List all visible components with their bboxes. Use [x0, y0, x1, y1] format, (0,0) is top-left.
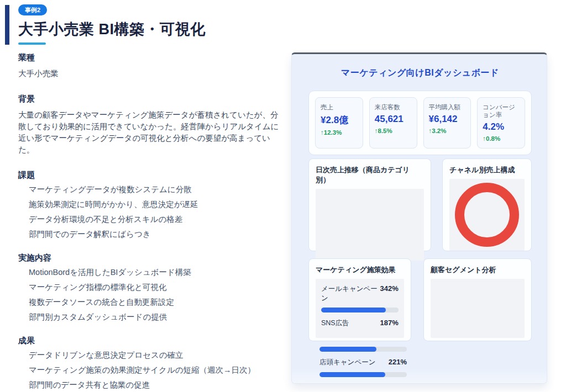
- content-row: 業種 大手小売業 背景 大量の顧客データやマーケティング施策データが蓄積されてい…: [0, 52, 566, 392]
- donut-chart-area: [449, 179, 525, 251]
- panel-title: チャネル別売上構成: [449, 165, 525, 175]
- progress-bar: [321, 308, 399, 312]
- campaign-row: 店頭キャンペーン 221%: [319, 358, 407, 367]
- campaign-metrics-box: メールキャンペーン 342% SNS広告 187%: [316, 279, 404, 338]
- section-results: 成果 データドリブンな意思決定プロセスの確立 マーケティング施策の効果測定サイク…: [18, 336, 285, 392]
- kpi-row: 売上 ¥2.8億 ↑12.3% 来店客数 45,621 ↑8.5% 平均購入額 …: [308, 91, 532, 155]
- list-item: 部門間のデータ共有と協業の促進: [29, 381, 285, 389]
- kpi-card-sales: 売上 ¥2.8億 ↑12.3%: [315, 97, 363, 149]
- kpi-value: ¥6,142: [429, 114, 466, 125]
- kpi-card-visitors: 来店客数 45,621 ↑8.5%: [369, 97, 417, 149]
- progress-bar: [319, 372, 407, 377]
- segment-chart-placeholder: [431, 279, 525, 338]
- section-background: 背景 大量の顧客データやマーケティング施策データが蓄積されていたが、分散しており…: [18, 94, 285, 156]
- list-item: 部門別カスタムダッシュボードの提供: [29, 313, 285, 321]
- list-item: データドリブンな意思決定プロセスの確立: [29, 351, 285, 359]
- kpi-label: コンバージョン率: [483, 103, 520, 119]
- charts-row: 日次売上推移（商品カテゴリ別） チャネル別売上構成: [308, 158, 532, 251]
- list-item: 施策効果測定に時間がかかり、意思決定が遅延: [29, 200, 285, 209]
- kpi-value: 4.2%: [483, 121, 520, 133]
- kpi-value: ¥2.8億: [321, 114, 358, 126]
- panel-title: 顧客セグメント分析: [431, 265, 525, 275]
- campaign-value: 342%: [380, 284, 399, 293]
- kpi-delta: ↑8.5%: [375, 128, 412, 134]
- page-title: 大手小売業 BI構築・可視化: [18, 19, 566, 39]
- challenges-list: マーケティングデータが複数システムに分散 施策効果測定に時間がかかり、意思決定が…: [18, 186, 285, 239]
- list-item: マーケティング施策の効果測定サイクルの短縮（週次→日次）: [29, 366, 285, 374]
- panel-channel-mix: チャネル別売上構成: [442, 158, 532, 251]
- progress-bar: [319, 347, 407, 352]
- panel-title: 日次売上推移（商品カテゴリ別）: [316, 165, 424, 185]
- kpi-card-conversion: コンバージョン率 4.2% ↑0.8%: [477, 97, 525, 149]
- progress-bar-fill: [321, 308, 386, 312]
- dashboard-title: マーケティング向けBIダッシュボード: [308, 67, 532, 79]
- section-heading-challenges: 課題: [18, 170, 285, 181]
- list-item: マーケティング指標の標準化と可視化: [29, 283, 285, 292]
- kpi-delta: ↑3.2%: [429, 128, 466, 134]
- kpi-label: 売上: [321, 103, 358, 111]
- campaign-label: SNS広告: [321, 319, 349, 328]
- page-header: 事例2 大手小売業 BI構築・可視化: [0, 4, 566, 45]
- section-heading-results: 成果: [18, 336, 285, 346]
- panel-customer-segment: 顧客セグメント分析: [423, 258, 532, 341]
- title-underline: [18, 43, 46, 45]
- case-study-page: 事例2 大手小売業 BI構築・可視化 業種 大手小売業 背景 大量の顧客データや…: [0, 0, 566, 392]
- case-number-badge: 事例2: [18, 4, 47, 15]
- implementation-list: MotionBordを活用したBIダッシュボード構築 マーケティング指標の標準化…: [18, 268, 285, 321]
- kpi-label: 来店客数: [375, 103, 412, 111]
- campaign-value: 221%: [389, 358, 407, 366]
- case-details-column: 業種 大手小売業 背景 大量の顧客データやマーケティング施策データが蓄積されてい…: [18, 52, 285, 392]
- list-item: 複数データソースの統合と自動更新設定: [29, 298, 285, 306]
- header-accent-bar: [5, 5, 9, 45]
- progress-bar-fill: [319, 347, 376, 352]
- kpi-label: 平均購入額: [429, 103, 466, 111]
- section-heading-background: 背景: [18, 94, 285, 104]
- section-heading-implementation: 実施内容: [18, 253, 285, 263]
- kpi-delta: ↑12.3%: [321, 129, 358, 136]
- bottom-row: マーケティング施策効果 メールキャンペーン 342% SNS広告 187%: [308, 258, 532, 341]
- section-industry: 業種 大手小売業: [18, 52, 285, 80]
- donut-ring: [455, 183, 519, 247]
- section-implementation: 実施内容 MotionBordを活用したBIダッシュボード構築 マーケティング指…: [18, 253, 285, 321]
- list-item: MotionBordを活用したBIダッシュボード構築: [29, 268, 285, 277]
- section-heading-industry: 業種: [18, 52, 285, 63]
- bi-dashboard-card: マーケティング向けBIダッシュボード 売上 ¥2.8億 ↑12.3% 来店客数 …: [291, 52, 547, 384]
- progress-bar-fill: [319, 372, 385, 377]
- campaign-row: SNS広告 187%: [321, 319, 399, 328]
- panel-title: マーケティング施策効果: [316, 265, 404, 275]
- list-item: マーケティングデータが複数システムに分散: [29, 186, 285, 194]
- kpi-value: 45,621: [375, 114, 412, 125]
- campaign-value: 187%: [380, 319, 399, 327]
- kpi-card-avg-purchase: 平均購入額 ¥6,142 ↑3.2%: [423, 97, 471, 149]
- list-item: 部門間でのデータ解釈にばらつき: [29, 230, 285, 239]
- kpi-delta: ↑0.8%: [483, 135, 520, 142]
- panel-campaign-effect: マーケティング施策効果 メールキャンペーン 342% SNS広告 187%: [308, 258, 411, 341]
- results-list: データドリブンな意思決定プロセスの確立 マーケティング施策の効果測定サイクルの短…: [18, 351, 285, 392]
- campaign-label: メールキャンペーン: [321, 284, 380, 303]
- industry-text: 大手小売業: [18, 68, 285, 80]
- campaign-overflow-group: 店頭キャンペーン 221%: [319, 347, 407, 377]
- list-item: データ分析環境の不足と分析スキルの格差: [29, 215, 285, 224]
- campaign-row: メールキャンペーン 342%: [321, 284, 399, 303]
- section-challenges: 課題 マーケティングデータが複数システムに分散 施策効果測定に時間がかかり、意思…: [18, 170, 285, 239]
- line-chart-placeholder: [316, 189, 424, 261]
- panel-daily-sales: 日次売上推移（商品カテゴリ別）: [308, 158, 431, 251]
- background-text: 大量の顧客データやマーケティング施策データが蓄積されていたが、分散しており効果的…: [18, 109, 285, 156]
- campaign-label: 店頭キャンペーン: [319, 358, 375, 367]
